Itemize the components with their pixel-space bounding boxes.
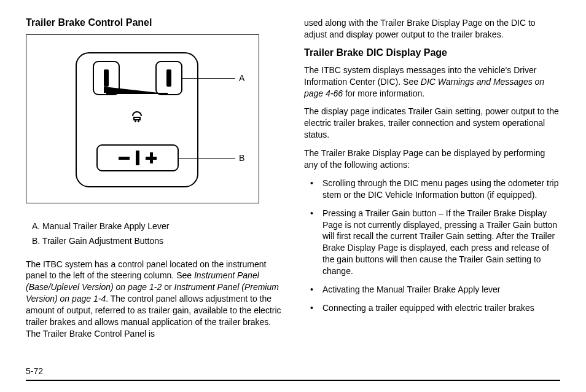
right-para1: The ITBC system displays messages into t… (304, 65, 560, 100)
right-para3: The Trailer Brake Display Page can be di… (304, 147, 560, 171)
actions-list: Scrolling through the DIC menu pages usi… (308, 178, 560, 314)
lever-track (106, 93, 168, 94)
control-panel-diagram: A B (26, 34, 259, 203)
right-continuation: used along with the Trailer Brake Displa… (304, 17, 560, 41)
right-para2: The display page indicates Trailer Gain … (304, 106, 560, 141)
list-item: Pressing a Trailer Gain button – If the … (308, 208, 560, 277)
list-item: Scrolling through the DIC menu pages usi… (308, 178, 560, 201)
list-item: Activating the Manual Trailer Brake Appl… (308, 284, 560, 296)
left-paragraph: The ITBC system has a control panel loca… (26, 259, 282, 340)
legend-item-a: A. Manual Trailer Brake Apply Lever (32, 219, 282, 234)
page-number: 5-72 (26, 366, 43, 376)
leader-line-b (179, 158, 235, 159)
gain-adjust-box (96, 144, 179, 171)
lever-right (155, 61, 182, 95)
right-heading: Trailer Brake DIC Display Page (304, 47, 560, 58)
legend-item-b: B. Trailer Gain Adjustment Buttons (32, 234, 282, 249)
footer-rule (26, 380, 560, 381)
leader-line-a (182, 78, 235, 79)
lever-wedge (104, 87, 159, 93)
callout-label-b: B (239, 153, 244, 163)
divider-icon (136, 151, 139, 165)
callout-label-a: A (239, 73, 244, 83)
left-heading: Trailer Brake Control Panel (26, 17, 282, 28)
plus-icon (146, 152, 157, 163)
minus-icon (119, 157, 130, 160)
trailer-icon (132, 111, 142, 122)
list-item: Connecting a trailer equipped with elect… (308, 302, 560, 314)
